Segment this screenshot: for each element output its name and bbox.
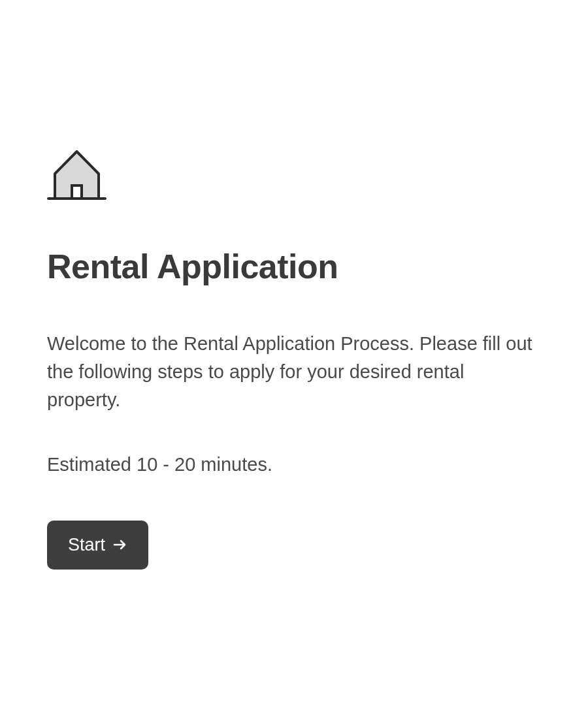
start-button-label: Start bbox=[68, 535, 105, 555]
start-button[interactable]: Start bbox=[47, 521, 148, 570]
estimate-text: Estimated 10 - 20 minutes. bbox=[47, 451, 541, 479]
house-icon bbox=[47, 150, 541, 201]
arrow-right-icon bbox=[112, 537, 127, 553]
svg-rect-0 bbox=[72, 185, 82, 199]
page-title: Rental Application bbox=[47, 248, 541, 285]
icon-wrapper bbox=[47, 150, 541, 201]
description-text: Welcome to the Rental Application Proces… bbox=[47, 330, 541, 414]
